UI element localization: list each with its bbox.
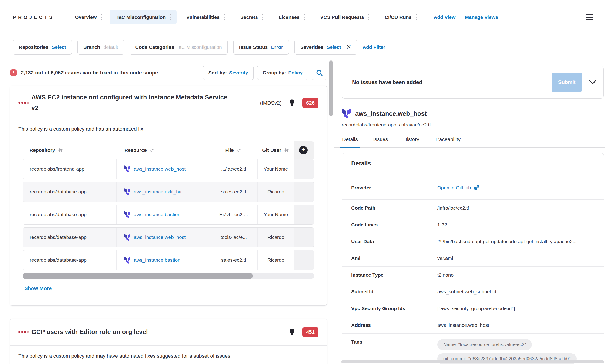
submit-button[interactable]: Submit bbox=[552, 73, 582, 92]
group-by-value[interactable]: Policy bbox=[288, 70, 303, 76]
column-header-resource[interactable]: Resource bbox=[116, 141, 210, 159]
view-tab[interactable]: VCS Pull Requests bbox=[312, 10, 375, 24]
add-column-button[interactable]: + bbox=[299, 146, 308, 154]
view-tab[interactable]: CI/CD Runs bbox=[377, 10, 423, 24]
filter-pill[interactable]: Issue Status Error bbox=[233, 40, 289, 55]
chevron-down-icon[interactable] bbox=[589, 80, 596, 84]
view-tab[interactable]: Vulnerabilities bbox=[178, 10, 230, 24]
column-header-git-user[interactable]: Git User bbox=[257, 141, 294, 159]
search-button[interactable] bbox=[312, 65, 327, 80]
lightbulb-icon[interactable] bbox=[288, 328, 296, 336]
cell-extra bbox=[294, 250, 314, 270]
filter-pill-label: Branch bbox=[83, 44, 100, 50]
add-filter-link[interactable]: Add Filter bbox=[363, 44, 385, 50]
add-view-link[interactable]: Add View bbox=[434, 14, 456, 20]
resource-link[interactable]: aws_instance.web_host bbox=[134, 234, 186, 240]
details-heading: Details bbox=[342, 160, 604, 176]
detail-tab[interactable]: Traceability bbox=[434, 136, 461, 148]
detail-value: var.ami bbox=[437, 255, 453, 261]
policy-card-1: AWS EC2 instance not configured with Ins… bbox=[10, 86, 327, 306]
resource-link[interactable]: aws_instance.bastion bbox=[134, 212, 180, 217]
sort-icon bbox=[58, 148, 63, 153]
resource-link[interactable]: aws_instance.exfil_ba... bbox=[134, 189, 186, 195]
view-tabs: Overview IaC Misconfiguration Vulnerabil… bbox=[67, 10, 424, 24]
filter-pill-value[interactable]: Select bbox=[327, 44, 341, 50]
cell-git-user: Your Name bbox=[257, 205, 294, 224]
policy-card-2-header: GCP users with Editor role on org level … bbox=[10, 319, 327, 345]
detail-label: User Data bbox=[351, 239, 437, 244]
resource-path: recardolabs/frontend-app: /infra/iac/ec2… bbox=[342, 122, 605, 128]
issue-row[interactable]: recardolabs/database-app aws_instance.ba… bbox=[23, 250, 314, 270]
filter-pill[interactable]: Code Categories IaC Misconfiguration bbox=[130, 40, 228, 55]
open-in-github-link[interactable]: Open in GitHub bbox=[437, 185, 471, 191]
sort-by-control[interactable]: Sort by: Severity bbox=[203, 65, 254, 80]
tab-menu-dots-icon[interactable] bbox=[101, 14, 102, 20]
tab-menu-dots-icon[interactable] bbox=[304, 14, 305, 20]
issue-row[interactable]: recardolabs/database-app aws_instance.ex… bbox=[23, 182, 314, 202]
policy-title: AWS EC2 instance not configured with Ins… bbox=[31, 92, 231, 114]
detail-row: Ami var.ami bbox=[342, 250, 604, 266]
cell-file: tools-iac/e... bbox=[210, 228, 257, 247]
column-header-repository[interactable]: Repository bbox=[23, 141, 116, 159]
queue-message: No issues have been added bbox=[352, 79, 552, 86]
tab-menu-dots-icon[interactable] bbox=[416, 14, 417, 20]
group-by-label: Group by: bbox=[263, 70, 286, 76]
group-by-control[interactable]: Group by: Policy bbox=[257, 65, 308, 80]
filter-pill-close-icon[interactable]: ✕ bbox=[346, 43, 351, 51]
terraform-icon bbox=[124, 234, 131, 241]
cell-repository: recardolabs/database-app bbox=[23, 182, 116, 202]
issues-table-header: Repository Resource File Git User bbox=[23, 141, 314, 159]
filter-pill-value[interactable]: default bbox=[103, 44, 118, 50]
cell-extra bbox=[294, 205, 314, 224]
detail-panel: No issues have been added Submit aws_ins… bbox=[334, 60, 605, 364]
cell-git-user: Your Name bbox=[257, 159, 294, 179]
view-tab[interactable]: Secrets bbox=[232, 10, 269, 24]
detail-tab[interactable]: Details bbox=[342, 136, 358, 148]
terraform-icon bbox=[124, 211, 131, 218]
filter-pill-value[interactable]: IaC Misconfiguration bbox=[177, 44, 222, 50]
view-tab-label: Vulnerabilities bbox=[186, 14, 220, 20]
resource-link[interactable]: aws_instance.bastion bbox=[134, 257, 180, 263]
tab-menu-dots-icon[interactable] bbox=[170, 14, 171, 20]
cell-extra bbox=[294, 159, 314, 179]
detail-value: 1-32 bbox=[437, 222, 447, 228]
filter-pill-label: Code Categories bbox=[135, 44, 174, 50]
left-vertical-scrollbar[interactable] bbox=[329, 60, 333, 116]
filter-pill[interactable]: Branch default bbox=[78, 40, 124, 55]
sort-by-label: Sort by: bbox=[208, 70, 227, 76]
show-more-link[interactable]: Show More bbox=[25, 286, 52, 291]
external-link-icon[interactable] bbox=[474, 185, 479, 191]
tab-menu-dots-icon[interactable] bbox=[224, 14, 225, 20]
detail-label: Code Path bbox=[351, 205, 437, 211]
view-tab-label: VCS Pull Requests bbox=[320, 14, 364, 20]
filter-pill[interactable]: Repositories Select bbox=[13, 40, 72, 55]
issues-summary-text: 2,132 out of 6,052 issues can be fixed i… bbox=[21, 70, 199, 76]
right-horizontal-scrollbar[interactable] bbox=[341, 360, 604, 363]
view-tab[interactable]: Licenses bbox=[271, 10, 310, 24]
issue-row[interactable]: recardolabs/database-app aws_instance.we… bbox=[23, 227, 314, 247]
detail-label: Vpc Security Group Ids bbox=[351, 306, 437, 311]
column-header-file[interactable]: File bbox=[210, 141, 257, 159]
filter-pill-value[interactable]: Error bbox=[271, 44, 283, 50]
detail-label: Instance Type bbox=[351, 272, 437, 278]
issue-row[interactable]: recardolabs/frontend-app aws_instance.we… bbox=[23, 159, 314, 179]
sort-by-value[interactable]: Severity bbox=[229, 70, 248, 76]
cell-repository: recardolabs/database-app bbox=[23, 250, 116, 270]
issue-row[interactable]: recardolabs/database-app aws_instance.ba… bbox=[23, 205, 314, 224]
filter-pill[interactable]: Severities Select ✕ bbox=[295, 40, 357, 55]
manage-views-link[interactable]: Manage Views bbox=[465, 14, 498, 20]
table-horizontal-scrollbar-thumb[interactable] bbox=[23, 273, 253, 279]
view-tab[interactable]: Overview bbox=[67, 10, 108, 24]
detail-row: Subnet Id aws_subnet.web_subnet.id bbox=[342, 283, 604, 300]
table-horizontal-scrollbar[interactable] bbox=[23, 273, 314, 279]
menu-hamburger-icon[interactable] bbox=[586, 14, 593, 20]
tab-menu-dots-icon[interactable] bbox=[368, 14, 369, 20]
detail-tab[interactable]: Issues bbox=[373, 136, 389, 148]
resource-link[interactable]: aws_instance.web_host bbox=[134, 166, 186, 172]
tab-menu-dots-icon[interactable] bbox=[262, 14, 263, 20]
detail-tab[interactable]: History bbox=[403, 136, 420, 148]
view-tab[interactable]: IaC Misconfiguration bbox=[109, 10, 177, 24]
lightbulb-icon[interactable] bbox=[288, 99, 296, 107]
detail-rows: Code Path /infra/iac/ec2.tf Code Lines 1… bbox=[342, 199, 604, 333]
filter-pill-value[interactable]: Select bbox=[52, 44, 66, 50]
